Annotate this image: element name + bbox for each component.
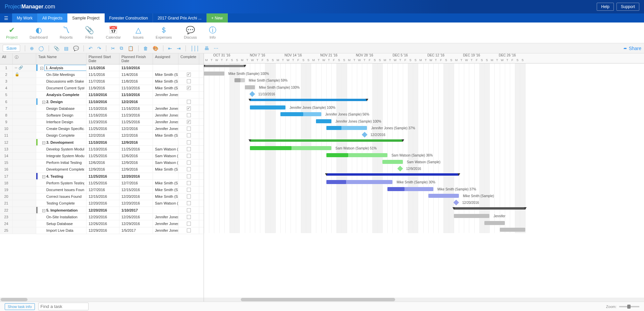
complete-checkbox[interactable] (187, 188, 191, 192)
complete-checkbox[interactable] (187, 181, 191, 185)
table-row[interactable]: 10Create Design Specificati11/25/201612/… (0, 126, 204, 132)
gantt-task-bar[interactable] (454, 214, 489, 218)
table-row[interactable]: 13Develop System Modules11/10/201611/25/… (0, 146, 204, 152)
gantt-milestone[interactable] (250, 91, 255, 97)
tab-forester[interactable]: Forester Construction (105, 13, 153, 23)
table-row[interactable]: 24Setup Database12/26/201612/29/2016Jenn… (0, 220, 204, 227)
complete-checkbox[interactable] (187, 127, 191, 131)
tab-my-work[interactable]: My Work (12, 13, 38, 23)
col-assigned[interactable]: Assigned (153, 53, 178, 64)
gantt-summary-bar[interactable] (326, 173, 459, 176)
view-project[interactable]: ✔Project (6, 27, 17, 39)
person-icon[interactable]: ◯̀ (39, 46, 44, 51)
tab-grandprix[interactable]: 2017 Grand Prix Archi ... (153, 13, 207, 23)
col-info[interactable]: ⓘ (13, 53, 36, 64)
tab-all-projects[interactable]: All Projects (38, 13, 67, 23)
indent-icon[interactable]: ⇥ (177, 46, 181, 51)
col-all[interactable]: All (0, 53, 13, 64)
task-name-input[interactable] (44, 65, 87, 71)
gantt-task-bar[interactable] (280, 112, 321, 116)
collapse-icon[interactable]: − (42, 209, 45, 212)
complete-checkbox[interactable] (187, 161, 191, 165)
gantt-task-bar[interactable] (250, 146, 331, 150)
table-row[interactable]: 18Perform System Testing11/25/201612/7/2… (0, 180, 204, 186)
view-info[interactable]: ⓘInfo (209, 27, 216, 39)
gantt-summary-bar[interactable] (204, 65, 245, 67)
share-button[interactable]: ➦Share (624, 46, 641, 51)
complete-checkbox[interactable] (187, 133, 191, 137)
complete-checkbox[interactable] (187, 73, 191, 77)
col-complete[interactable]: Complete (178, 53, 199, 64)
gantt-task-bar[interactable] (387, 187, 433, 191)
print-icon[interactable]: 🖶 (204, 46, 209, 51)
complete-checkbox[interactable] (187, 201, 191, 205)
view-issues[interactable]: △Issues (133, 27, 144, 39)
undo-icon[interactable]: ↶ (89, 46, 93, 51)
collapse-icon[interactable]: − (40, 67, 43, 70)
table-row[interactable]: 23On-Site Installation12/20/201612/26/20… (0, 214, 204, 220)
gantt-milestone[interactable] (453, 200, 459, 206)
table-row[interactable]: 20Correct Issues Found12/15/201612/20/20… (0, 193, 204, 200)
complete-checkbox[interactable] (187, 215, 191, 219)
redo-icon[interactable]: ↷ (97, 46, 101, 51)
complete-checkbox[interactable] (187, 79, 191, 83)
tab-new[interactable]: + New (207, 13, 228, 23)
complete-checkbox[interactable] (187, 194, 191, 198)
menu-icon[interactable]: ☰ (0, 13, 12, 23)
outdent-icon[interactable]: ⇤ (168, 46, 172, 51)
complete-checkbox[interactable] (187, 140, 191, 144)
gantt-task-bar[interactable] (326, 153, 387, 157)
table-row[interactable]: 16Development Complete12/9/201612/9/2016… (0, 166, 204, 173)
gantt-task-bar[interactable] (428, 194, 459, 198)
complete-checkbox[interactable] (187, 174, 191, 178)
gantt-task-bar[interactable] (326, 180, 393, 184)
table-row[interactable]: 17−4. Testing11/25/201612/20/2016 (0, 173, 204, 180)
view-dashboard[interactable]: ◐Dashboard (30, 27, 48, 39)
complete-checkbox[interactable] (187, 147, 191, 151)
palette-icon[interactable]: 🎨 (153, 46, 158, 51)
gantt-task-bar[interactable] (326, 126, 367, 130)
tab-sample-project[interactable]: Sample Project (67, 13, 104, 23)
complete-checkbox[interactable] (187, 113, 191, 117)
attach-icon[interactable]: 📎 (54, 46, 59, 51)
gantt-milestone[interactable] (362, 132, 367, 138)
complete-checkbox[interactable] (187, 86, 191, 90)
show-task-info-button[interactable]: Show task info (5, 303, 35, 310)
table-row[interactable]: 22−5. Implementation12/20/20161/10/2017 (0, 207, 204, 214)
add-icon[interactable]: ⊕ (30, 46, 34, 51)
complete-checkbox[interactable] (187, 100, 191, 104)
complete-checkbox[interactable] (187, 167, 191, 171)
gantt-hscroll[interactable] (204, 298, 644, 302)
complete-checkbox[interactable] (187, 222, 191, 226)
table-row[interactable]: 11Design Complete12/2/201612/2/2016Mike … (0, 132, 204, 139)
table-row[interactable]: 15Perform Initial Testing12/6/201612/9/2… (0, 160, 204, 166)
gantt-task-bar[interactable] (245, 85, 255, 89)
save-button[interactable]: Save (3, 45, 20, 52)
collapse-icon[interactable]: − (42, 101, 45, 104)
more-icon[interactable]: ⋯ (214, 46, 218, 51)
view-reports[interactable]: 〽Reports (60, 27, 73, 39)
table-row[interactable]: 1∞ 🔗−11/1/201611/10/2016 (0, 64, 204, 71)
gantt-summary-bar[interactable] (250, 139, 403, 142)
complete-checkbox[interactable] (187, 106, 191, 110)
view-calendar[interactable]: 📅Calendar (106, 27, 121, 39)
gantt-task-bar[interactable] (204, 72, 224, 76)
gantt-summary-bar[interactable] (454, 207, 525, 210)
complete-checkbox[interactable] (187, 208, 191, 212)
table-row[interactable]: 9Interface Design11/23/201611/25/2016Jen… (0, 119, 204, 126)
collapse-icon[interactable]: − (42, 175, 45, 178)
support-button[interactable]: Support (616, 3, 639, 11)
columns-icon[interactable]: │││ (191, 46, 199, 51)
table-row[interactable]: 4Document Current Syster11/9/201611/10/2… (0, 85, 204, 92)
comment-icon[interactable]: 💬 (73, 46, 79, 51)
table-row[interactable]: 3Discussions with Stakeho11/7/201611/8/2… (0, 78, 204, 85)
complete-checkbox[interactable] (187, 120, 191, 124)
table-row[interactable]: 14Integrate System Module11/25/201612/6/… (0, 152, 204, 159)
view-discuss[interactable]: 💬Discuss (184, 27, 197, 39)
collapse-icon[interactable]: − (42, 141, 45, 144)
help-button[interactable]: Help (597, 3, 614, 11)
table-row[interactable]: 6−2. Design11/10/201612/2/2016 (0, 98, 204, 105)
table-row[interactable]: 19Document Issues Found12/7/201612/15/20… (0, 186, 204, 193)
gantt-task-bar[interactable] (484, 221, 505, 225)
table-row[interactable]: 5Analysis Complete11/10/201611/10/2016Je… (0, 92, 204, 98)
